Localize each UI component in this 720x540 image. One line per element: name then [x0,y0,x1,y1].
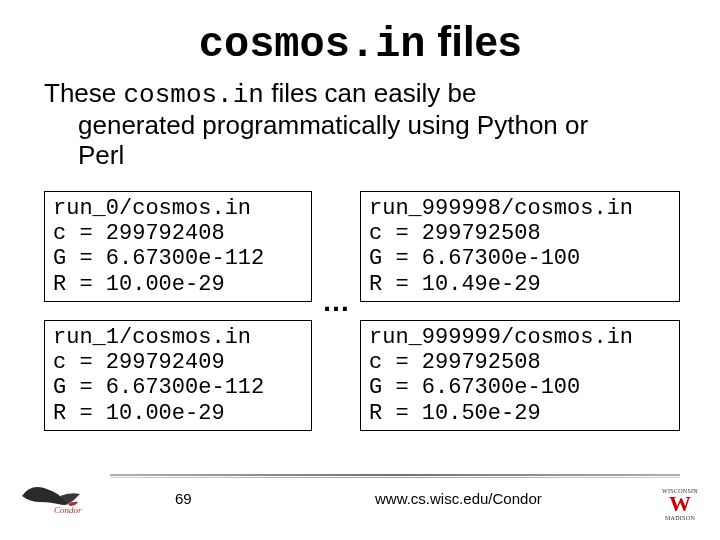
wisconsin-logo: WISCONSIN W MADISON [662,488,698,522]
code-col-right: run_999998/cosmos.in c = 299792508 G = 6… [360,191,680,431]
footer-url: www.cs.wisc.edu/Condor [375,490,542,507]
footer-rule [110,474,680,478]
code-box-bottom-right: run_999999/cosmos.in c = 299792508 G = 6… [360,320,680,431]
title-code: cosmos.in [199,21,426,69]
slide: cosmos.in files These cosmos.in files ca… [0,0,720,540]
page-number: 69 [175,490,192,507]
body-line3: Perl [78,141,680,171]
ellipsis: … [320,286,352,318]
code-box-top-left: run_0/cosmos.in c = 299792408 G = 6.6730… [44,191,312,302]
condor-logo-text: Condor [54,505,82,515]
condor-logo: Condor [20,482,106,516]
code-box-top-right: run_999998/cosmos.in c = 299792508 G = 6… [360,191,680,302]
slide-title: cosmos.in files [40,18,680,69]
body-text: These cosmos.in files can easily be gene… [40,79,680,171]
wisconsin-logo-w-icon: W [662,494,698,514]
body-line2: generated programmatically using Python … [78,111,680,141]
body-line1-post: files can easily be [264,78,476,108]
condor-bird-icon: Condor [20,482,106,516]
footer: 69 www.cs.wisc.edu/Condor Condor WISCONS… [0,474,720,524]
body-line1-pre: These [44,78,124,108]
title-rest: files [426,18,522,65]
wisconsin-logo-bottom: MADISON [662,514,698,522]
code-grid: run_0/cosmos.in c = 299792408 G = 6.6730… [40,191,680,431]
body-line1-code: cosmos.in [124,80,264,110]
code-col-left: run_0/cosmos.in c = 299792408 G = 6.6730… [44,191,312,431]
code-box-bottom-left: run_1/cosmos.in c = 299792409 G = 6.6730… [44,320,312,431]
